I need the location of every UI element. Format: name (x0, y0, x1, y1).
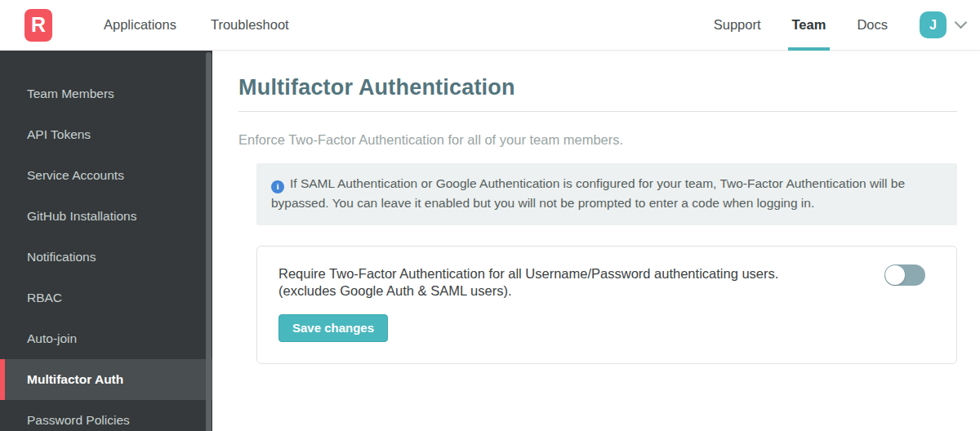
nav-item-team[interactable]: Team (777, 0, 842, 50)
primary-nav: Applications Troubleshoot (87, 0, 306, 50)
sidebar-item-service-accounts[interactable]: Service Accounts (0, 155, 212, 196)
page-description: Enforce Two-Factor Authentication for al… (238, 132, 957, 148)
toggle-knob (885, 265, 905, 285)
chevron-down-icon[interactable] (955, 16, 968, 29)
secondary-nav: Support Team Docs J (698, 0, 980, 50)
require-2fa-setting-card: Require Two-Factor Authentication for al… (256, 246, 957, 364)
require-2fa-toggle[interactable] (884, 264, 925, 286)
nav-item-troubleshoot[interactable]: Troubleshoot (194, 0, 306, 50)
sidebar-item-team-members[interactable]: Team Members (0, 73, 212, 114)
top-nav-bar: R Applications Troubleshoot Support Team… (0, 0, 980, 51)
sidebar-item-password-policies[interactable]: Password Policies (0, 400, 212, 431)
avatar[interactable]: J (920, 11, 947, 38)
sidebar-item-api-tokens[interactable]: API Tokens (0, 114, 212, 155)
rollbar-logo-icon[interactable]: R (24, 9, 52, 42)
nav-item-applications[interactable]: Applications (87, 0, 194, 50)
team-settings-sidebar: Team Members API Tokens Service Accounts… (0, 51, 212, 431)
page-title: Multifactor Authentication (238, 75, 957, 100)
info-note-text: If SAML Authentication or Google Authent… (271, 176, 905, 210)
title-divider (238, 111, 957, 112)
require-2fa-label-line2: (excludes Google Auth & SAML users). (278, 282, 899, 300)
require-2fa-label: Require Two-Factor Authentication for al… (278, 265, 899, 300)
sidebar-item-rbac[interactable]: RBAC (0, 278, 212, 318)
info-icon (271, 180, 284, 193)
multifactor-auth-panel: Multifactor Authentication Enforce Two-F… (212, 51, 980, 431)
sidebar-item-auto-join[interactable]: Auto-join (0, 318, 212, 359)
nav-item-support[interactable]: Support (698, 0, 777, 50)
sidebar-item-github-installations[interactable]: GitHub Installations (0, 196, 212, 237)
sidebar-item-notifications[interactable]: Notifications (0, 237, 212, 278)
sidebar-scrollbar[interactable] (206, 52, 212, 431)
sidebar-item-multifactor-auth[interactable]: Multifactor Auth (0, 359, 212, 400)
saml-bypass-info-note: If SAML Authentication or Google Authent… (256, 163, 957, 225)
save-changes-button[interactable]: Save changes (278, 314, 388, 342)
require-2fa-label-line1: Require Two-Factor Authentication for al… (278, 265, 899, 282)
nav-item-docs[interactable]: Docs (841, 0, 903, 50)
